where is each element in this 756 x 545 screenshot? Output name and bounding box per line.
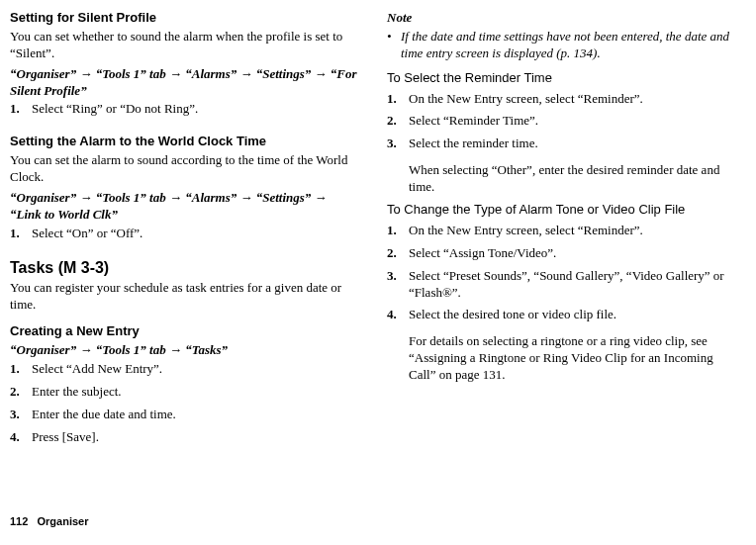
steps-silent-profile: 1.Select “Ring” or “Do not Ring”.	[10, 101, 359, 118]
step-text: Select “Ring” or “Do not Ring”.	[32, 101, 359, 118]
list-item: 2.Select “Assign Tone/Video”.	[387, 245, 736, 262]
list-item: 4.Select the desired tone or video clip …	[387, 307, 736, 323]
step-text: Select “Preset Sounds”, “Sound Gallery”,…	[409, 268, 736, 302]
heading-reminder-time: To Select the Reminder Time	[387, 70, 736, 87]
left-column: Setting for Silent Profile You can set w…	[10, 10, 359, 514]
steps-alarm-tone: 1.On the New Entry screen, select “Remin…	[387, 223, 736, 323]
list-item: 1.On the New Entry screen, select “Remin…	[387, 91, 736, 108]
steps-reminder-time: 1.On the New Entry screen, select “Remin…	[387, 91, 736, 153]
right-column: Note • If the date and time settings hav…	[387, 10, 736, 514]
bullet-icon: •	[387, 29, 401, 62]
desc-world-clock: You can set the alarm to sound according…	[10, 152, 359, 186]
step-text: Select “Assign Tone/Video”.	[409, 245, 736, 262]
heading-new-entry: Creating a New Entry	[10, 323, 359, 340]
step-text: Select “On” or “Off”.	[32, 226, 359, 242]
heading-alarm-tone: To Change the Type of Alarm Tone or Vide…	[387, 202, 736, 219]
step-text: Select “Add New Entry”.	[32, 361, 359, 378]
step-text: On the New Entry screen, select “Reminde…	[409, 91, 736, 108]
list-item: 2.Select “Reminder Time”.	[387, 113, 736, 130]
list-item: 1.Select “On” or “Off”.	[10, 226, 359, 242]
steps-world-clock: 1.Select “On” or “Off”.	[10, 226, 359, 242]
heading-tasks: Tasks (M 3-3)	[10, 258, 359, 279]
sub-alarm-tone: For details on selecting a ringtone or a…	[409, 333, 736, 384]
step-text: Select “Reminder Time”.	[409, 113, 736, 130]
desc-silent-profile: You can set whether to sound the alarm w…	[10, 29, 359, 62]
step-text: Select the reminder time.	[409, 136, 736, 152]
list-item: 3.Select the reminder time.	[387, 136, 736, 152]
heading-world-clock: Setting the Alarm to the World Clock Tim…	[10, 134, 359, 150]
page-content: Setting for Silent Profile You can set w…	[0, 0, 756, 514]
sub-reminder-time: When selecting “Other”, enter the desire…	[409, 162, 736, 196]
step-text: Select the desired tone or video clip fi…	[409, 307, 736, 323]
step-text: Enter the subject.	[32, 384, 359, 401]
list-item: 1.Select “Add New Entry”.	[10, 361, 359, 378]
path-world-clock: “Organiser” → “Tools 1” tab → “Alarms” →…	[10, 190, 359, 224]
step-text: Press [Save].	[32, 429, 359, 446]
list-item: 4.Press [Save].	[10, 429, 359, 446]
path-silent-profile: “Organiser” → “Tools 1” tab → “Alarms” →…	[10, 66, 359, 100]
footer-section: Organiser	[38, 515, 89, 527]
step-text: On the New Entry screen, select “Reminde…	[409, 223, 736, 239]
list-item: 2.Enter the subject.	[10, 384, 359, 401]
steps-new-entry: 1.Select “Add New Entry”. 2.Enter the su…	[10, 361, 359, 446]
note-heading: Note	[387, 10, 736, 27]
note-item: • If the date and time settings have not…	[387, 29, 736, 62]
desc-tasks: You can register your schedule as task e…	[10, 280, 359, 314]
list-item: 3.Enter the due date and time.	[10, 407, 359, 423]
note-text: If the date and time settings have not b…	[401, 29, 736, 62]
page-number: 112	[10, 515, 28, 527]
list-item: 1.Select “Ring” or “Do not Ring”.	[10, 101, 359, 118]
path-new-entry: “Organiser” → “Tools 1” tab → “Tasks”	[10, 342, 359, 359]
page-footer: 112 Organiser	[0, 514, 756, 536]
list-item: 1.On the New Entry screen, select “Remin…	[387, 223, 736, 239]
heading-silent-profile: Setting for Silent Profile	[10, 10, 359, 27]
step-text: Enter the due date and time.	[32, 407, 359, 423]
list-item: 3.Select “Preset Sounds”, “Sound Gallery…	[387, 268, 736, 302]
tasks-title: Tasks	[10, 259, 53, 276]
tasks-code: (M 3-3)	[58, 259, 110, 276]
